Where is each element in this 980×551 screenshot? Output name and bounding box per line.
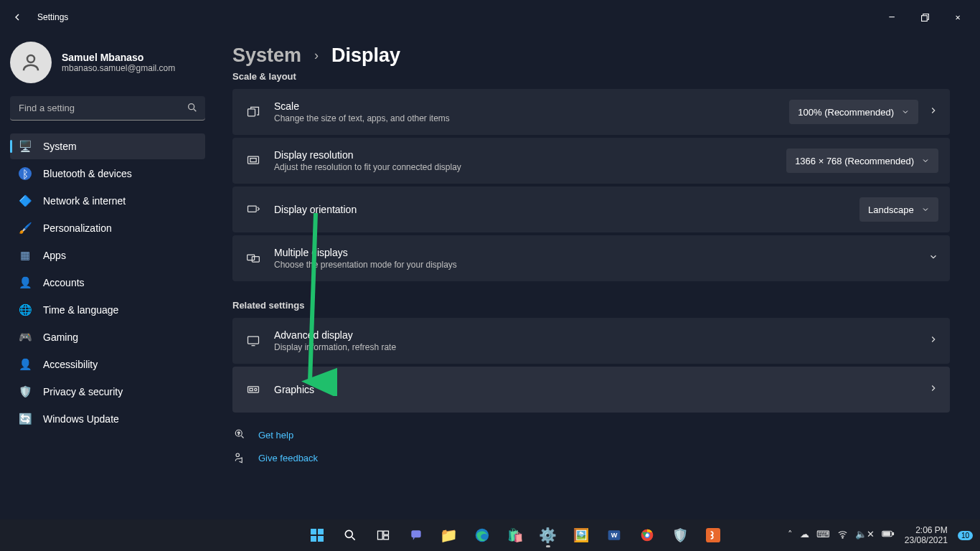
svg-point-1 [27,55,34,62]
nav-icon: 🔄 [19,413,32,425]
graphics-icon [244,382,263,397]
tray-chevron-icon[interactable]: ˄ [788,529,793,542]
maximize-button[interactable] [908,6,941,29]
window-title: Settings [37,12,68,22]
chevron-down-icon [901,108,910,116]
user-profile[interactable]: Samuel Mbanaso mbanaso.samuel@gmail.com [10,42,205,83]
nav-item-privacy-security[interactable]: 🛡️Privacy & security [10,379,205,405]
adv-title: Advanced display [274,329,918,341]
scale-value: 100% (Recommended) [798,107,894,118]
nav-item-network-internet[interactable]: 🔷Network & internet [10,188,205,214]
task-view-button[interactable] [369,521,397,550]
nav-icon: ▦ [19,249,32,262]
clock-date: 23/08/2021 [905,535,948,545]
expand-icon[interactable] [928,252,938,265]
nav-icon: 🛡️ [19,385,32,398]
resolution-sub: Adjust the resolution to fit your connec… [274,162,786,172]
nav-item-windows-update[interactable]: 🔄Windows Update [10,406,205,432]
navigate-icon[interactable] [928,383,938,396]
svg-rect-20 [384,536,389,540]
nav-label: Windows Update [43,413,119,425]
scale-select[interactable]: 100% (Recommended) [789,100,918,124]
nav-label: Accessibility [43,359,98,370]
chrome-button[interactable] [633,521,661,550]
chat-button[interactable] [402,521,430,550]
orientation-icon [244,202,263,217]
give-feedback-link[interactable]: Give feedback [232,451,950,464]
onedrive-icon[interactable]: ☁ [800,529,809,542]
nav-item-system[interactable]: 🖥️System [10,133,205,159]
breadcrumb-current: Display [331,44,400,67]
nav-icon: 🖥️ [19,140,32,153]
svg-point-15 [236,453,240,457]
scale-row[interactable]: Scale Change the size of text, apps, and… [232,89,950,135]
keyboard-icon[interactable]: ⌨ [816,529,830,542]
taskbar-clock[interactable]: 2:06 PM 23/08/2021 [905,525,948,546]
taskbar-right: ˄ ☁ ⌨ 🔈✕ 2:06 PM 23/08/2021 10 [788,525,980,546]
get-help-link[interactable]: ? Get help [232,428,950,441]
minimize-button[interactable]: ─ [875,6,908,29]
word-button[interactable]: W [600,521,628,550]
advanced-display-row[interactable]: Advanced display Display information, re… [232,318,950,364]
nav-item-accessibility[interactable]: 👤Accessibility [10,352,205,377]
nav-item-personalization[interactable]: 🖌️Personalization [10,215,205,241]
nav-label: Network & internet [43,195,126,207]
svg-rect-19 [384,531,389,534]
resolution-select[interactable]: 980 × 551 (Recommended) [786,149,938,173]
svg-text:W: W [611,532,618,539]
user-email: mbanaso.samuel@gmail.com [62,63,175,73]
main-content: System › Display Scale & layout Scale Ch… [215,34,980,519]
scale-navigate-icon[interactable] [928,105,938,118]
sidebar: Samuel Mbanaso mbanaso.samuel@gmail.com … [0,34,215,519]
search-input[interactable] [10,96,205,121]
navigate-icon[interactable] [928,334,938,347]
battery-icon[interactable] [882,529,895,542]
nav-item-accounts[interactable]: 👤Accounts [10,270,205,296]
back-button[interactable] [6,6,29,29]
photos-button[interactable]: 🖼️ [567,521,595,550]
volume-icon[interactable]: 🔈✕ [855,529,875,542]
multiple-displays-row[interactable]: Multiple displays Choose the presentatio… [232,235,950,281]
close-button[interactable]: ✕ [941,6,974,29]
orientation-row[interactable]: Display orientation Landscape [232,187,950,232]
feedback-icon [232,451,248,464]
graphics-row[interactable]: Graphics [232,367,950,413]
window-controls: ─ ✕ [875,6,974,29]
wifi-icon[interactable] [837,529,848,542]
svg-rect-18 [377,531,382,540]
avatar-icon [10,42,52,83]
nav-icon: 🖌️ [19,222,32,235]
resolution-row[interactable]: Display resolution Adjust the resolution… [232,138,950,184]
security-button[interactable]: 🛡️ [666,521,694,550]
nav-item-apps[interactable]: ▦Apps [10,242,205,268]
notifications-badge[interactable]: 10 [958,531,973,540]
nav-item-bluetooth-devices[interactable]: ᛒBluetooth & devices [10,161,205,187]
taskbar: 📁 🛍️ ⚙️ 🖼️ W 🛡️ ˄ ☁ ⌨ 🔈✕ 2:06 PM 23/08/2… [0,519,980,551]
nav-label: System [43,141,77,152]
resolution-icon [244,154,263,168]
nav-icon: 🌐 [19,303,32,316]
file-explorer-button[interactable]: 📁 [435,521,463,550]
search-button[interactable] [336,521,364,550]
scale-sub: Change the size of text, apps, and other… [274,113,789,123]
section-scale-label: Scale & layout [232,71,950,82]
help-icon: ? [232,428,248,441]
svg-point-17 [345,530,352,537]
store-button[interactable]: 🛍️ [501,521,529,550]
chevron-right-icon: › [314,48,319,63]
breadcrumb-parent[interactable]: System [232,44,301,67]
scale-layout-cards: Scale Change the size of text, apps, and… [232,89,950,281]
scale-title: Scale [274,100,789,112]
nav-item-time-language[interactable]: 🌐Time & language [10,297,205,323]
start-button[interactable] [303,521,331,550]
taskbar-center: 📁 🛍️ ⚙️ 🖼️ W 🛡️ [303,521,727,550]
app-button[interactable] [699,521,727,550]
svg-rect-28 [706,528,720,542]
edge-button[interactable] [468,521,496,550]
settings-button[interactable]: ⚙️ [534,521,562,550]
multiple-displays-icon [244,251,263,265]
orientation-select[interactable]: Landscape [859,197,938,222]
title-bar: Settings ─ ✕ [0,0,980,34]
nav-item-gaming[interactable]: 🎮Gaming [10,324,205,350]
chevron-down-icon [921,205,930,214]
